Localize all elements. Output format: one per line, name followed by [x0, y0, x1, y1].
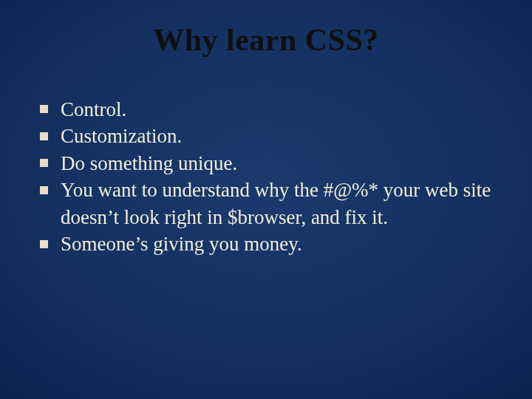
list-item: You want to understand why the #@%* your…	[35, 177, 497, 231]
list-item: Customization.	[35, 123, 497, 149]
slide: Why learn CSS? Control. Customization. D…	[0, 0, 532, 399]
list-item: Control.	[35, 96, 497, 123]
slide-title: Why learn CSS?	[34, 22, 498, 58]
list-item: Do something unique.	[35, 150, 497, 177]
bullet-list: Control. Customization. Do something uni…	[34, 96, 498, 258]
list-item: Someone’s giving you money.	[35, 231, 497, 257]
